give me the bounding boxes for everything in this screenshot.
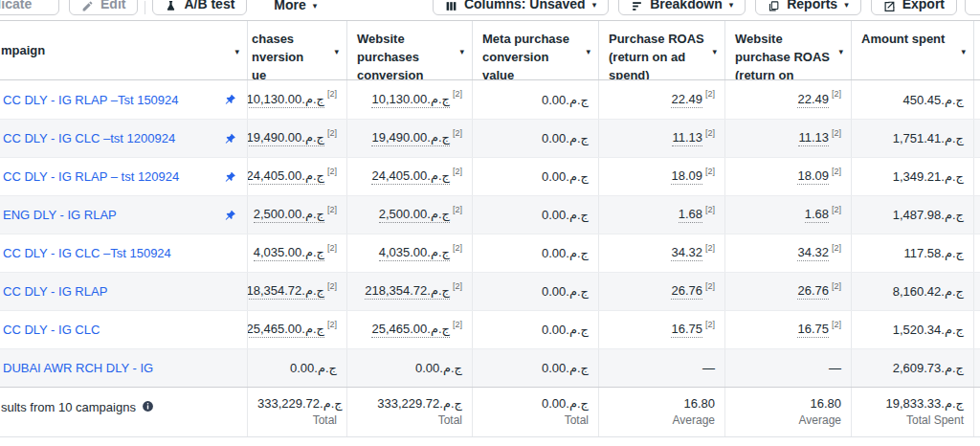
breakdown-button[interactable]: Breakdown ▾ xyxy=(618,0,746,15)
chevron-down-icon: ▾ xyxy=(592,0,597,10)
currency-symbol: ج.م. xyxy=(301,283,324,298)
campaign-name-link[interactable]: DUBAI AWR RCH DLY - IG xyxy=(3,361,153,375)
currency-symbol: ج.م. xyxy=(566,169,589,184)
metric-cell-amount-spent: 450.45ج.م. xyxy=(851,80,974,119)
footnote-marker: [2] xyxy=(705,320,715,329)
column-header-website-purchase-roas[interactable]: Websitepurchase ROAS(return on▾ xyxy=(724,21,851,79)
metric-value: 0.00ج.م. xyxy=(542,208,589,222)
metric-value: 24,405.00ج.م. xyxy=(247,168,324,185)
chart-dropdown-button[interactable]: ▾ xyxy=(965,0,980,15)
footnote-marker: [2] xyxy=(832,128,841,138)
pin-icon[interactable] xyxy=(224,133,236,145)
footer-total-label: Average xyxy=(735,413,841,427)
metric-cell-website-purchase-roas: 11.13[2] xyxy=(724,120,851,157)
export-button[interactable]: Export xyxy=(871,0,957,15)
currency-symbol: ج.م. xyxy=(301,92,324,106)
pin-icon[interactable] xyxy=(224,94,236,106)
currency-symbol: ج.م. xyxy=(301,207,324,221)
pin-icon[interactable] xyxy=(224,171,236,184)
sort-caret-icon[interactable]: ▾ xyxy=(334,43,339,61)
currency-symbol: ج.م. xyxy=(941,323,964,337)
metric-value: 26.76 xyxy=(797,283,829,300)
metric-value: 4,035.00ج.م. xyxy=(254,245,324,261)
columns-button[interactable]: Columns: Unsaved ▾ xyxy=(433,0,609,15)
campaign-name-link[interactable]: CC DLY - IG RLAP –Tst 150924 xyxy=(3,93,179,107)
metric-value: 11.13 xyxy=(798,130,829,146)
footer-cell-amount-spent: 19,833.33ج.م.Total Spent xyxy=(851,388,974,436)
currency-symbol: ج.م. xyxy=(566,246,589,260)
more-button[interactable]: More ▾ xyxy=(264,0,326,15)
metric-cell-amount-spent: 1,751.41ج.م. xyxy=(851,120,974,157)
metric-value: 0.00ج.م. xyxy=(542,284,589,299)
campaign-name-link[interactable]: CC DLY - IG RLAP xyxy=(3,284,107,299)
currency-symbol: ج.م. xyxy=(941,361,964,375)
metric-cell-website-purchase-roas: 16.75[2] xyxy=(724,311,851,348)
currency-symbol: ج.م. xyxy=(301,130,324,145)
metric-cell-purchase-roas: — xyxy=(598,349,724,387)
info-icon[interactable] xyxy=(142,400,154,413)
metric-value: 16.75 xyxy=(797,322,829,338)
footnote-marker: [2] xyxy=(453,167,462,176)
currency-symbol: ج.م. xyxy=(566,361,589,375)
currency-symbol: ج.م. xyxy=(566,323,589,337)
columns-button-label: Columns: Unsaved xyxy=(464,0,586,11)
column-header-purchases-conversion-value[interactable]: chasesnversionue▾ xyxy=(247,21,346,79)
metric-value: 0.00ج.م. xyxy=(542,93,589,107)
column-header-purchase-roas[interactable]: Purchase ROAS(return on adspend)▾ xyxy=(598,21,724,79)
metric-value: 34.32 xyxy=(671,245,702,261)
column-header-website-purchases-conversion-value[interactable]: Websitepurchasesconversion▾ xyxy=(346,21,472,79)
sort-caret-icon[interactable]: ▾ xyxy=(961,43,966,61)
sort-caret-icon[interactable]: ▾ xyxy=(712,43,717,61)
column-header-label: Amount spent xyxy=(861,30,964,48)
column-header-campaign[interactable]: mpaign▾ xyxy=(0,21,247,79)
metric-value: 8,160.42ج.م. xyxy=(893,284,964,299)
sort-caret-icon[interactable]: ▾ xyxy=(459,43,464,61)
currency-symbol: ج.م. xyxy=(566,131,589,145)
duplicate-button[interactable]: plicate xyxy=(0,0,59,15)
sort-caret-icon[interactable]: ▾ xyxy=(234,43,239,61)
currency-symbol: ج.م. xyxy=(427,130,450,145)
metric-value: 218,354.72ج.م. xyxy=(247,283,324,300)
campaign-name-link[interactable]: CC DLY - IG CLC xyxy=(3,323,100,337)
pin-icon[interactable] xyxy=(224,210,236,222)
campaign-name-link[interactable]: CC DLY - IG RLAP – tst 120924 xyxy=(3,169,179,184)
edit-button[interactable]: Edit xyxy=(69,0,138,15)
more-button-label: More xyxy=(274,0,305,12)
metric-cell-amount-spent: 2,609.73ج.م. xyxy=(851,349,974,387)
footnote-marker: [2] xyxy=(705,167,715,176)
metric-value: 10,130.00ج.م. xyxy=(371,92,450,108)
currency-symbol: ج.م. xyxy=(941,208,964,222)
metric-value: 26.76 xyxy=(671,283,702,300)
metric-cell-purchases-conversion-value: 24,405.00ج.م.[2] xyxy=(247,158,346,195)
ab-test-button[interactable]: A/B test xyxy=(152,0,247,15)
campaign-name-link[interactable]: CC DLY - IG CLC –tst 1200924 xyxy=(3,131,175,145)
footnote-marker: [2] xyxy=(832,281,841,291)
metric-cell-website-purchase-roas: 22.49[2] xyxy=(724,80,851,119)
column-header-amount-spent[interactable]: Amount spent▾ xyxy=(851,21,974,79)
footer-total-value: 19,833.33ج.م. xyxy=(861,396,964,411)
table-header-row: mpaign▾chasesnversionue▾Websitepurchases… xyxy=(0,21,980,80)
metric-cell-amount-spent: 1,520.34ج.م. xyxy=(851,311,974,348)
reports-icon xyxy=(768,0,780,12)
metric-value: 1.68 xyxy=(679,207,702,223)
footnote-marker: [2] xyxy=(832,89,841,99)
ab-test-button-label: A/B test xyxy=(184,0,234,11)
table-row: CC DLY - IG CLC25,465.00ج.م.[2]25,465.00… xyxy=(0,310,980,348)
metric-cell-meta-purchase-conversion-value: 0.00ج.م. xyxy=(472,234,598,272)
currency-symbol: ج.م. xyxy=(941,169,964,184)
reports-button[interactable]: Reports ▾ xyxy=(755,0,860,15)
sort-caret-icon[interactable]: ▾ xyxy=(838,43,843,61)
campaign-name-link[interactable]: CC DLY - IG CLC –Tst 150924 xyxy=(3,246,171,260)
column-header-meta-purchase-conversion-value[interactable]: Meta purchaseconversionvalue▾ xyxy=(472,21,598,79)
footer-total-value: 333,229.72ج.م. xyxy=(257,396,337,411)
currency-symbol: ج.م. xyxy=(566,284,589,299)
currency-symbol: ج.م. xyxy=(427,245,450,259)
footer-total-label: Total Spent xyxy=(861,413,964,427)
chevron-down-icon: ▾ xyxy=(844,0,849,10)
table-row: DUBAI AWR RCH DLY - IG0.00ج.م.0.00ج.م.0.… xyxy=(0,348,980,387)
currency-symbol: ج.م. xyxy=(427,92,450,106)
campaign-name-link[interactable]: ENG DLY - IG RLAP xyxy=(3,208,117,222)
sort-caret-icon[interactable]: ▾ xyxy=(586,43,590,61)
metric-cell-amount-spent: 1,349.21ج.م. xyxy=(851,158,974,195)
footer-cell-website-purchases-conversion-value: 333,229.72ج.م.Total xyxy=(346,388,472,436)
